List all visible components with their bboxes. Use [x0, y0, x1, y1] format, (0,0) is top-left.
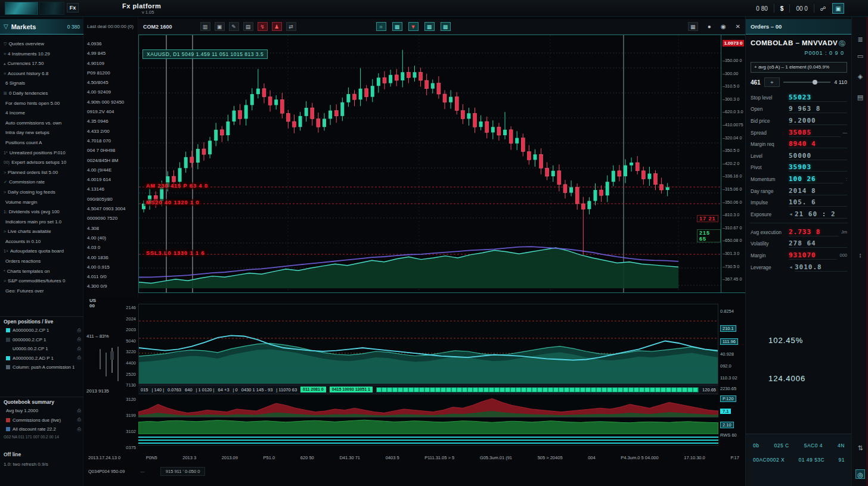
- subchart-right-label[interactable]: 2.10: [720, 422, 734, 428]
- chart-indicator-icon[interactable]: ▼: [408, 22, 418, 31]
- chart-indicator-icon[interactable]: ▦: [424, 22, 435, 31]
- watchlist-price-row[interactable]: 4.90109: [87, 59, 138, 68]
- item-action-icon[interactable]: ⎙: [78, 337, 81, 342]
- watchlist-price-row[interactable]: 0024/845H 8M: [87, 156, 138, 166]
- watchlist-price-row[interactable]: 4.00 1836: [87, 253, 138, 263]
- collapse-arrow-icon[interactable]: ◄: [789, 212, 793, 216]
- layout-grid-icon[interactable]: ▣: [832, 3, 844, 14]
- close-icon[interactable]: ✕: [736, 23, 740, 30]
- subchart-right-label[interactable]: 111.96: [720, 338, 738, 345]
- sidebar-tree-item[interactable]: ≡4 Instruments 10.29: [0, 49, 83, 60]
- chart-tool-icon[interactable]: ▤: [243, 22, 253, 31]
- watchlist-price-row[interactable]: 4.00 (40): [87, 233, 138, 243]
- sidebar-tree-item[interactable]: *Charts templates on: [0, 267, 83, 277]
- sidebar-tree-item[interactable]: >S&P commodities/futures 0: [0, 276, 83, 286]
- lot-target-button[interactable]: ⌖: [764, 77, 780, 87]
- resize-icon[interactable]: ↕: [855, 250, 865, 260]
- collapse-arrow-icon[interactable]: ◄: [789, 265, 793, 269]
- watchlist-price-row[interactable]: 4.5047 0903 3004: [87, 204, 138, 214]
- position-item[interactable]: A0000000.2.CP 1⎙: [0, 326, 83, 335]
- candlestick-plot[interactable]: XAUUSD, D1 5049 1.459 11 051 1015 813 3.…: [138, 35, 721, 293]
- item-action-icon[interactable]: ⎙: [78, 417, 81, 423]
- sidebar-tree-item[interactable]: 00)Expert advisors setups 10: [0, 158, 83, 168]
- sidebar-tree-item[interactable]: 1*Unrealized positions P.010: [0, 148, 83, 158]
- panel-icon[interactable]: ▭: [855, 51, 865, 61]
- chart-tool-icon[interactable]: ▥: [200, 22, 210, 31]
- watchlist-price-row[interactable]: 4.011 0/0: [87, 272, 138, 282]
- watchlist-price-row[interactable]: 4.00 92409: [87, 88, 138, 97]
- item-action-icon[interactable]: ⎙: [78, 426, 81, 432]
- user-icon[interactable]: ☍: [820, 5, 826, 12]
- sidebar-tree-item[interactable]: Intra day new setups: [0, 128, 83, 138]
- sidebar-tree-item[interactable]: Accounts in 0.10: [0, 237, 83, 247]
- settings-icon[interactable]: ◎: [855, 469, 865, 479]
- subchart-right-label[interactable]: 210.1: [720, 325, 736, 332]
- sidebar-tree-item[interactable]: >Live charts available: [0, 227, 83, 237]
- chart-tool-icon[interactable]: ✎: [229, 22, 239, 31]
- watchlist-price-row[interactable]: 4.0936: [87, 39, 138, 49]
- subchart-right-label[interactable]: P.120: [720, 395, 736, 402]
- sidebar-tree-item[interactable]: Auto commissions vs. own: [0, 119, 83, 129]
- summary-item[interactable]: Commissions due (live)⎙: [0, 416, 83, 425]
- watchlist-price-row[interactable]: 4.433 2/00: [87, 127, 138, 136]
- watchlist-price-row[interactable]: 4.00 0.915: [87, 263, 138, 272]
- dollar-icon[interactable]: $: [780, 5, 784, 12]
- chart-indicator-icon[interactable]: ▩: [392, 22, 402, 31]
- list-icon[interactable]: ≣: [855, 35, 865, 44]
- chart-indicator-icon[interactable]: ⌗: [376, 22, 386, 31]
- position-item[interactable]: Column: push A commission 1: [0, 363, 83, 372]
- sidebar-tree-item[interactable]: ▽Quotes overview: [0, 39, 83, 49]
- summary-item[interactable]: All discount rate 22.2⎙: [0, 425, 83, 434]
- position-item[interactable]: A0000000.2.AD P 1⎙: [0, 354, 83, 363]
- sidebar-tree-item[interactable]: 4 Income: [0, 108, 83, 119]
- position-item[interactable]: 0000000.2.CP 1⎙: [0, 335, 83, 345]
- filter-icon[interactable]: ▽: [4, 23, 8, 30]
- watchlist-price-row[interactable]: 004 7 0HH98: [87, 146, 138, 155]
- watchlist-price-row[interactable]: 4.90th 000 92450: [87, 98, 138, 107]
- item-action-icon[interactable]: ⎙: [78, 408, 81, 414]
- sidebar-tree-item[interactable]: Geo: Futures over: [0, 286, 83, 297]
- slider-knob[interactable]: [813, 80, 817, 85]
- subchart-plot[interactable]: [138, 304, 718, 384]
- grid-icon[interactable]: ▤: [855, 92, 865, 102]
- watchlist-price-row[interactable]: 4.99 845: [87, 49, 138, 58]
- watchlist-price-row[interactable]: 4.13146: [87, 185, 138, 194]
- watchlist-price-row[interactable]: 4.0019 614: [87, 175, 138, 185]
- watchlist-price-row[interactable]: 4.308: [87, 224, 138, 233]
- watchlist-price-row[interactable]: 0009090 7520: [87, 214, 138, 223]
- chart-tool-icon[interactable]: ▣: [215, 22, 225, 31]
- watchlist-price-row[interactable]: 4.03 0: [87, 243, 138, 253]
- lot-size-slider[interactable]: [783, 82, 830, 83]
- summary-item[interactable]: Avg buy 1.2000⎙: [0, 406, 83, 416]
- chart-tool-icon[interactable]: ♟: [272, 22, 282, 31]
- watchlist-price-row[interactable]: 4.00 (9/44E: [87, 166, 138, 175]
- watchlist-price-row[interactable]: 0919.2V 404: [87, 107, 138, 117]
- position-item[interactable]: U0000.00.2.CP 1⎙: [0, 344, 83, 354]
- sidebar-tree-item[interactable]: >Planned orders list 5.00: [0, 168, 83, 178]
- order-filter-input[interactable]: + avg (o5 A) – 1 element (0.045.9%: [751, 62, 847, 73]
- sidebar-tree-item[interactable]: ⊞0 Daily tendencies: [0, 89, 83, 99]
- item-action-icon[interactable]: ⎙: [78, 328, 81, 334]
- maximize-icon[interactable]: ◉: [721, 23, 726, 30]
- watchlist-price-row[interactable]: 090/805)/80: [87, 195, 138, 204]
- sidebar-tree-item[interactable]: >Daily closing log feeds: [0, 188, 83, 198]
- item-action-icon[interactable]: ⎙: [78, 355, 81, 361]
- swap-icon[interactable]: ⇅: [855, 443, 865, 453]
- item-action-icon[interactable]: ⎙: [78, 346, 81, 352]
- sidebar-tree-item[interactable]: Positions count A: [0, 138, 83, 148]
- sidebar-tree-item[interactable]: ✓Commission rate: [0, 177, 83, 188]
- sidebar-tree-item[interactable]: Orders reactions: [0, 257, 83, 267]
- chart-indicator-icon[interactable]: ▩: [441, 22, 451, 31]
- diamond-icon[interactable]: ◈: [855, 71, 865, 81]
- sidebar-tree-item[interactable]: Indicators main pro set 1.0: [0, 217, 83, 228]
- sidebar-tree-item[interactable]: Volume margin: [0, 198, 83, 208]
- chart-tool-icon[interactable]: ⇄: [286, 22, 296, 31]
- watchlist-price-row[interactable]: 4.7018 070: [87, 136, 138, 146]
- sidebar-tree-item[interactable]: ▴Currencies 17.50: [0, 59, 83, 69]
- sidebar-tree-item[interactable]: 1:Dividends vols (avg 100: [0, 207, 83, 217]
- sidebar-tree-item[interactable]: ≡Account history 6.8: [0, 69, 83, 79]
- tile-windows-icon[interactable]: ▦: [688, 22, 698, 31]
- sidebar-tree-item[interactable]: For demo hints open 5.00: [0, 99, 83, 109]
- sidebar-tree-item[interactable]: 6 Signals: [0, 79, 83, 89]
- watchlist-price-row[interactable]: P09 81200: [87, 68, 138, 78]
